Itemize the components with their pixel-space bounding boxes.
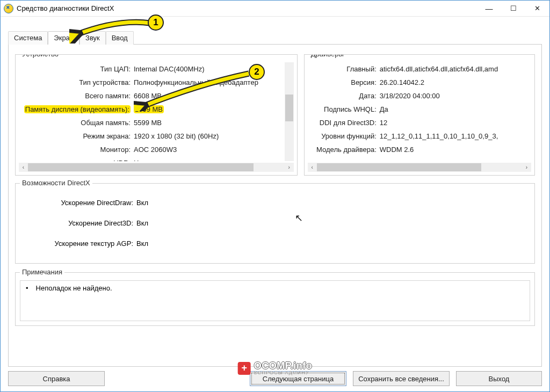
close-button[interactable]: ✕ xyxy=(525,1,549,16)
driver-val: 26.20.14042.2 xyxy=(379,78,424,86)
device-key: Всего памяти: xyxy=(20,92,133,100)
hscroll-thumb[interactable] xyxy=(317,163,481,171)
device-val: Не поддерживается xyxy=(133,159,198,161)
device-key: HDR: xyxy=(20,159,133,161)
plus-icon: + xyxy=(238,362,251,375)
window-root: Средство диагностики DirectX — ☐ ✕ Систе… xyxy=(0,0,550,392)
driver-val: 3/18/2020 04:00:00 xyxy=(379,92,440,100)
device-val: Полнофункциональный видеоадаптер xyxy=(133,78,258,86)
device-val: Internal DAC(400MHz) xyxy=(133,65,205,73)
driver-key: Модель драйвера: xyxy=(309,146,379,154)
notes-group: Примечания • Неполадок не найдено. xyxy=(15,272,535,326)
drivers-group: Драйверы Главный:aticfx64.dll,aticfx64.d… xyxy=(304,54,535,176)
callout-badge-2: 2 xyxy=(249,64,265,80)
notes-item: Неполадок не найдено. xyxy=(36,284,112,292)
tab-strip: Система Экран Звук Ввод xyxy=(8,31,542,45)
caps-key: Ускорение текстур AGP: xyxy=(21,239,136,248)
drivers-hscroll[interactable]: ‹ › xyxy=(308,163,531,172)
minimize-button[interactable]: — xyxy=(477,1,501,16)
device-legend: Устройство xyxy=(20,54,61,58)
device-val: 6608 MB xyxy=(133,92,162,100)
watermark-title: OCOMP.info xyxy=(254,361,313,371)
dx-caps-group: Возможности DirectX Ускорение DirectDraw… xyxy=(15,183,535,264)
driver-key: Версия: xyxy=(309,78,379,86)
caps-key: Ускорение Direct3D: xyxy=(21,219,136,227)
hscroll-right-icon[interactable]: › xyxy=(285,163,294,172)
tab-input[interactable]: Ввод xyxy=(106,31,134,45)
device-val: 1009 MB xyxy=(133,105,164,113)
save-button[interactable]: Сохранить все сведения... xyxy=(353,371,450,386)
hscroll-thumb[interactable] xyxy=(28,163,254,171)
tab-pane-display: Устройство Тип ЦАП:Internal DAC(400MHz) … xyxy=(8,45,542,367)
driver-val: 12 xyxy=(379,119,387,127)
caps-key: Ускорение DirectDraw: xyxy=(21,199,136,207)
app-icon xyxy=(4,4,13,13)
caps-val: Вкл xyxy=(136,199,148,207)
maximize-button[interactable]: ☐ xyxy=(501,1,525,16)
callout-badge-1: 1 xyxy=(148,14,164,31)
dx-caps-legend: Возможности DirectX xyxy=(20,179,92,187)
window-title: Средство диагностики DirectX xyxy=(17,4,114,12)
device-key: Монитор: xyxy=(20,146,133,154)
vscroll-thumb[interactable] xyxy=(285,95,293,121)
hscroll-left-icon[interactable]: ‹ xyxy=(308,163,317,172)
driver-key: Главный: xyxy=(309,65,379,73)
tab-display[interactable]: Экран xyxy=(48,31,79,45)
hscroll-left-icon[interactable]: ‹ xyxy=(19,163,28,172)
driver-val: Да xyxy=(379,105,388,113)
caps-val: Вкл xyxy=(136,219,148,227)
device-vscroll[interactable] xyxy=(285,62,294,161)
device-val: AOC 2060W3 xyxy=(133,146,177,154)
device-key: Тип устройства: xyxy=(20,78,133,86)
watermark: + OCOMP.info ВОПРОСЫ АДМИНУ xyxy=(238,361,313,375)
help-button[interactable]: Справка xyxy=(8,371,105,386)
device-key: Память дисплея (видеопамять): xyxy=(20,105,133,113)
driver-key: DDI для Direct3D: xyxy=(309,119,379,127)
content-area: Система Экран Звук Ввод Устройство Тип Ц… xyxy=(1,17,549,373)
bullet-icon: • xyxy=(26,284,28,292)
notes-body: • Неполадок не найдено. xyxy=(20,280,530,321)
watermark-subtitle: ВОПРОСЫ АДМИНУ xyxy=(254,371,313,375)
caps-val: Вкл xyxy=(136,239,148,248)
device-key: Режим экрана: xyxy=(20,132,133,140)
device-key: Общая память: xyxy=(20,119,133,127)
titlebar: Средство диагностики DirectX — ☐ ✕ xyxy=(1,1,549,17)
driver-key: Уровни функций: xyxy=(309,132,379,140)
driver-val: WDDM 2.6 xyxy=(379,146,414,154)
tab-sound[interactable]: Звук xyxy=(79,31,106,45)
device-val: 1920 x 1080 (32 bit) (60Hz) xyxy=(133,132,219,140)
exit-button[interactable]: Выход xyxy=(456,371,542,386)
notes-legend: Примечания xyxy=(20,268,64,276)
device-key: Тип ЦАП: xyxy=(20,65,133,73)
driver-key: Дата: xyxy=(309,92,379,100)
tab-system[interactable]: Система xyxy=(8,31,48,45)
hscroll-right-icon[interactable]: › xyxy=(522,163,531,172)
driver-val: 12_1,12_0,11_1,11_0,10_1,10_0,9_3, xyxy=(379,132,498,140)
device-val: 5599 MB xyxy=(133,119,162,127)
driver-key: Подпись WHQL: xyxy=(309,105,379,113)
device-hscroll[interactable]: ‹ › xyxy=(19,163,294,172)
driver-val: aticfx64.dll,aticfx64.dll,aticfx64.dll,a… xyxy=(379,65,498,73)
drivers-legend: Драйверы xyxy=(309,54,346,58)
